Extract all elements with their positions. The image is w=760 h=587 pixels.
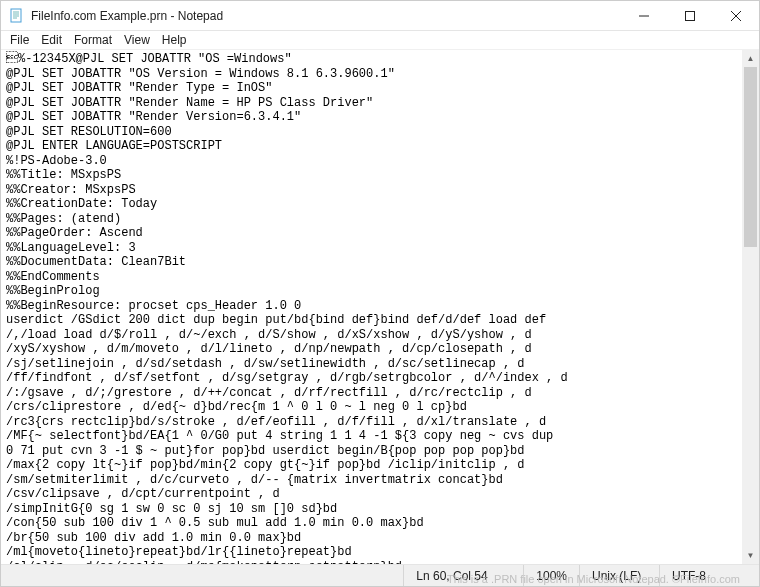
scroll-up-button[interactable]: ▲	[742, 50, 759, 67]
menu-format[interactable]: Format	[69, 32, 117, 48]
minimize-button[interactable]	[621, 1, 667, 31]
menu-view[interactable]: View	[119, 32, 155, 48]
scroll-track[interactable]	[742, 67, 759, 547]
scroll-down-button[interactable]: ▼	[742, 547, 759, 564]
menubar: File Edit Format View Help	[1, 31, 759, 50]
menu-help[interactable]: Help	[157, 32, 192, 48]
menu-edit[interactable]: Edit	[36, 32, 67, 48]
notepad-icon	[9, 8, 25, 24]
text-content[interactable]: %-12345X@PJL SET JOBATTR "OS =Windows" …	[1, 50, 742, 564]
scroll-thumb[interactable]	[744, 67, 757, 247]
window-title: FileInfo.com Example.prn - Notepad	[31, 9, 621, 23]
titlebar: FileInfo.com Example.prn - Notepad	[1, 1, 759, 31]
close-button[interactable]	[713, 1, 759, 31]
menu-file[interactable]: File	[5, 32, 34, 48]
window-controls	[621, 1, 759, 30]
vertical-scrollbar[interactable]: ▲ ▼	[742, 50, 759, 564]
maximize-button[interactable]	[667, 1, 713, 31]
svg-rect-6	[686, 12, 695, 21]
editor-area: %-12345X@PJL SET JOBATTR "OS =Windows" …	[1, 50, 759, 564]
